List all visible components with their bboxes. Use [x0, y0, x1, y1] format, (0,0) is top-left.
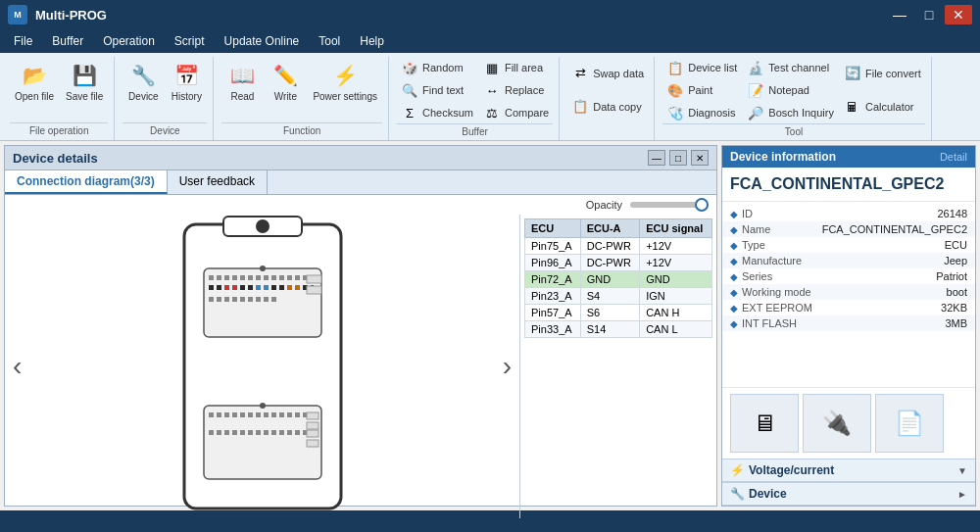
table-cell-ecu_a: S6 [580, 305, 639, 321]
lightning-icon: ⚡ [730, 463, 745, 477]
history-button[interactable]: 📅 History [166, 57, 207, 105]
save-file-button[interactable]: 💾 Save file [61, 57, 108, 105]
function-group-label: Function [221, 122, 382, 136]
menu-help[interactable]: Help [350, 32, 394, 50]
voltage-chevron-icon: ▼ [957, 465, 967, 476]
write-button[interactable]: ✏️ Write [265, 57, 306, 105]
ecu-table: ECU ECU-A ECU signal Pin75_ADC-PWR+12VPi… [524, 218, 712, 338]
buffer-group-label: Buffer [397, 123, 553, 137]
data-copy-icon: 📋 [571, 98, 589, 116]
swap-data-button[interactable]: ⇄ Swap data [567, 63, 648, 84]
opacity-slider-thumb[interactable] [695, 198, 709, 212]
device-details-title: Device details [13, 151, 98, 166]
tab-user-feedback[interactable]: User feedback [168, 170, 268, 194]
compare-button[interactable]: ⚖ Compare [479, 102, 553, 123]
fill-area-button[interactable]: ▦ Fill area [479, 57, 553, 78]
close-button[interactable]: ✕ [945, 5, 972, 24]
prop-key: Working mode [742, 286, 820, 298]
notepad-button[interactable]: 📝 Notepad [743, 79, 838, 101]
menu-file[interactable]: File [4, 32, 42, 50]
diagnosis-button[interactable]: 🩺 Diagnosis [662, 102, 741, 123]
detail-link[interactable]: Detail [940, 151, 967, 163]
diagnosis-label: Diagnosis [688, 107, 735, 119]
test-channel-button[interactable]: 🔬 Test channel [743, 57, 838, 78]
tab-connection-diagram[interactable]: Connection diagram(3/3) [5, 170, 168, 194]
svg-rect-5 [217, 275, 221, 280]
prop-bullet: ◆ [730, 256, 738, 266]
prop-value: ECU [945, 239, 967, 251]
device-button[interactable]: 🔧 Device [122, 57, 164, 105]
paint-button[interactable]: 🎨 Paint [662, 79, 741, 101]
opacity-slider[interactable] [630, 202, 709, 208]
minimize-button[interactable]: — [886, 5, 913, 24]
find-text-button[interactable]: 🔍 Find text [397, 79, 477, 101]
checksum-icon: Σ [401, 104, 418, 121]
table-row: Pin23_AS4IGN [525, 288, 712, 305]
voltage-current-section[interactable]: ⚡ Voltage/current ▼ [722, 459, 975, 482]
power-settings-button[interactable]: ⚡ Power settings [308, 57, 382, 105]
panel-maximize-button[interactable]: □ [669, 150, 687, 166]
panel-minimize-button[interactable]: — [648, 150, 665, 166]
svg-rect-18 [209, 285, 214, 290]
menu-script[interactable]: Script [165, 32, 215, 50]
open-file-icon: 📂 [19, 60, 50, 91]
svg-rect-37 [232, 297, 237, 302]
read-button[interactable]: 📖 Read [221, 57, 263, 105]
table-cell-ecu_a: S14 [580, 321, 639, 338]
table-cell-signal: +12V [640, 238, 712, 255]
prop-row: ◆ ID 26148 [722, 206, 975, 221]
nav-prev-button[interactable]: ‹ [13, 351, 22, 382]
nav-next-button[interactable]: › [503, 351, 512, 382]
open-file-button[interactable]: 📂 Open file [10, 57, 59, 105]
random-icon: 🎲 [401, 59, 418, 76]
device-section-icon: 🔧 [730, 487, 745, 501]
random-button[interactable]: 🎲 Random [397, 57, 477, 78]
svg-rect-26 [271, 285, 276, 290]
diagnosis-icon: 🩺 [666, 104, 684, 121]
checksum-button[interactable]: Σ Checksum [397, 102, 477, 123]
table-row: Pin72_AGNDGND [525, 271, 712, 288]
menu-tool[interactable]: Tool [309, 32, 350, 50]
replace-button[interactable]: ↔ Replace [479, 79, 553, 101]
menu-buffer[interactable]: Buffer [42, 32, 93, 50]
thumbnail-2[interactable]: 🔌 [803, 394, 871, 453]
svg-rect-41 [264, 297, 269, 302]
svg-rect-10 [256, 275, 261, 280]
svg-rect-42 [271, 297, 276, 302]
thumbnail-row: 🖥 🔌 📄 [722, 387, 975, 459]
menu-update-online[interactable]: Update Online [215, 32, 310, 50]
data-copy-button[interactable]: 📋 Data copy [567, 96, 648, 118]
bosch-inquiry-button[interactable]: 🔎 Bosch Inquiry [743, 102, 838, 123]
maximize-button[interactable]: □ [915, 5, 943, 24]
table-row: Pin33_AS14CAN L [525, 321, 712, 338]
svg-rect-48 [232, 412, 237, 417]
device-section[interactable]: 🔧 Device ► [722, 482, 975, 506]
calculator-button[interactable]: 🖩 Calculator [840, 96, 925, 118]
table-cell-signal: CAN L [640, 321, 712, 338]
table-row: Pin57_AS6CAN H [525, 305, 712, 321]
thumbnail-1[interactable]: 🖥 [730, 394, 799, 453]
menu-operation[interactable]: Operation [93, 32, 165, 50]
prop-value: boot [947, 286, 967, 298]
prop-row: ◆ EXT EEPROM 32KB [722, 300, 975, 315]
power-settings-label: Power settings [313, 91, 377, 102]
prop-key: INT FLASH [742, 317, 820, 329]
svg-rect-55 [287, 412, 292, 417]
thumbnail-3[interactable]: 📄 [875, 394, 944, 453]
panel-close-button[interactable]: ✕ [691, 150, 709, 166]
bosch-inquiry-label: Bosch Inquiry [768, 107, 834, 119]
file-group-label: File operation [10, 122, 108, 136]
svg-point-43 [260, 266, 266, 271]
device-label: Device [128, 91, 159, 102]
table-cell-ecu_a: DC-PWR [580, 238, 639, 255]
svg-rect-40 [256, 297, 261, 302]
calculator-icon: 🖩 [844, 98, 861, 116]
device-group-label: Device [122, 122, 207, 136]
device-list-button[interactable]: 📋 Device list [662, 57, 741, 78]
svg-rect-9 [248, 275, 253, 280]
svg-rect-12 [271, 275, 276, 280]
svg-rect-35 [217, 297, 221, 302]
svg-rect-73 [307, 430, 318, 437]
file-convert-button[interactable]: 🔄 File convert [840, 63, 925, 84]
compare-icon: ⚖ [483, 104, 501, 121]
